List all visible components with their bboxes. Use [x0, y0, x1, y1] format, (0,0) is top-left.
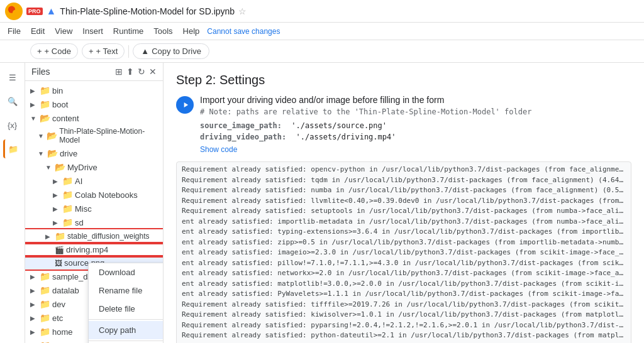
tree-label-datalab: datalab — [52, 286, 79, 295]
tree-label-drive: drive — [60, 149, 77, 158]
show-code-link[interactable]: Show code — [200, 145, 631, 154]
plus-text-icon: + — [89, 46, 94, 56]
chevron-bin: ▶ — [30, 87, 38, 94]
tree-item-ai[interactable]: ▶ 📁 AI — [25, 174, 163, 188]
sidebar: Files ⊞ ⬆ ↻ ✕ ▶ 📁 bin ▶ — [25, 63, 164, 343]
add-code-button[interactable]: + + Code — [30, 43, 78, 59]
content-area: Step 2: Settings Import your driving vid… — [164, 63, 644, 343]
log-line: Requirement already satisfied: python-da… — [182, 330, 626, 341]
log-line: ent already satisfied: imageio>=2.3.0 in… — [182, 248, 626, 258]
tree-item-drive[interactable]: ▼ 📂 drive — [25, 146, 163, 160]
folder-icon-lib: 📁 — [40, 340, 50, 343]
tree-label-dev: dev — [52, 300, 65, 309]
folder-icon-home: 📁 — [40, 327, 50, 337]
menu-runtime[interactable]: Runtime — [108, 24, 148, 38]
menu-help[interactable]: Help — [178, 24, 205, 38]
tree-label-etc: etc — [52, 313, 63, 323]
tree-item-misc[interactable]: ▶ 📁 Misc — [25, 202, 163, 215]
tree-item-mydrive[interactable]: ▼ 📂 MyDrive — [25, 160, 163, 174]
copy-to-drive-button[interactable]: ▲ Copy to Drive — [133, 43, 209, 59]
cell-content: Import your driving video and/or image b… — [200, 95, 631, 154]
drive-copy-icon: ▲ — [141, 46, 149, 56]
chevron-tpsm: ▼ — [38, 133, 45, 139]
context-menu-copy-path[interactable]: Copy path — [89, 321, 164, 339]
tree-label-drivingmp4: driving.mp4 — [66, 245, 108, 254]
new-folder-icon[interactable]: ⊞ — [115, 67, 123, 77]
copy-to-drive-label: Copy to Drive — [152, 46, 201, 56]
tree-item-colab-notebooks[interactable]: ▶ 📁 Colab Notebooks — [25, 188, 163, 202]
folder-icon-bin: 📁 — [40, 85, 50, 95]
upload-icon[interactable]: ⬆ — [126, 67, 134, 77]
log-line: ent already satisfied: importlib-metadat… — [182, 217, 626, 227]
close-sidebar-icon[interactable]: ✕ — [149, 67, 157, 77]
add-text-label: + Text — [96, 46, 118, 56]
left-icon-menu[interactable]: ☰ — [3, 68, 22, 87]
sidebar-header: Files ⊞ ⬆ ↻ ✕ — [25, 63, 163, 81]
chevron-ai: ▶ — [53, 178, 60, 185]
log-line: ent already satisfied: networkx>=2.0 in … — [182, 268, 626, 279]
colab-logo — [5, 3, 23, 20]
log-line: Requirement already satisfied: pyparsing… — [182, 320, 626, 331]
cannot-save-link[interactable]: Cannot save changes — [207, 27, 280, 36]
folder-icon-sdweights: 📁 — [55, 231, 65, 241]
tree-item-bin[interactable]: ▶ 📁 bin — [25, 84, 163, 97]
log-line: ent already satisfied: pillow!=7.1.0,!=7… — [182, 258, 626, 269]
tree-item-tpsm[interactable]: ▼ 📂 Thin-Plate-Spline-Motion-Model — [25, 125, 163, 146]
log-line: ent already satisfied: matplotlib!=3.0.0… — [182, 279, 626, 290]
tree-label-mydrive: MyDrive — [67, 163, 97, 172]
pro-badge: PRO — [26, 8, 43, 15]
menu-edit[interactable]: Edit — [26, 24, 50, 38]
left-icon-code[interactable]: {x} — [3, 116, 22, 134]
tree-item-sdweights[interactable]: ▶ 📁 stable_diffusion_weights — [25, 229, 163, 243]
output-log: Requirement already satisfied: opencv-py… — [176, 161, 631, 343]
tree-item-drivingmp4[interactable]: 🎬 driving.mp4 — [25, 243, 163, 256]
code-line-source: source_image_path: './assets/source.png' — [200, 121, 631, 130]
menu-view[interactable]: View — [50, 24, 77, 38]
chevron-colab-notebooks: ▶ — [53, 192, 60, 199]
toolbar-separator — [128, 45, 129, 58]
tree-label-content: content — [52, 114, 79, 123]
menu-insert[interactable]: Insert — [77, 24, 108, 38]
folder-icon-etc: 📁 — [40, 313, 50, 323]
folder-icon-content: 📂 — [40, 113, 50, 123]
context-menu-delete[interactable]: Delete file — [89, 300, 164, 318]
tree-label-home: home — [52, 327, 73, 337]
chevron-dev: ▶ — [30, 301, 38, 308]
tree-item-content[interactable]: ▼ 📂 content — [25, 111, 163, 125]
refresh-icon[interactable]: ↻ — [138, 67, 145, 77]
tree-item-sd[interactable]: ▶ 📁 sd — [25, 215, 163, 229]
chevron-sdweights: ▶ — [45, 233, 53, 240]
tree-label-lib: lib — [52, 341, 60, 344]
log-line: Requirement already satisfied: tqdm in /… — [182, 175, 626, 186]
context-menu-rename[interactable]: Rename file — [89, 281, 164, 300]
star-icon[interactable]: ☆ — [238, 6, 247, 16]
folder-icon-dev: 📁 — [40, 299, 50, 309]
chevron-boot: ▶ — [30, 101, 38, 108]
left-icon-files[interactable]: 📁 — [3, 139, 22, 158]
chevron-datalab: ▶ — [30, 287, 38, 294]
context-menu: Download Rename file Delete file Copy pa… — [88, 263, 164, 343]
menu-file[interactable]: File — [3, 24, 26, 38]
folder-icon-misc: 📁 — [62, 204, 73, 214]
cell-description: Import your driving video and/or image b… — [200, 95, 631, 105]
source-value: './assets/source.png' — [291, 121, 387, 130]
folder-icon-datalab: 📁 — [40, 285, 50, 295]
log-line: Requirement already satisfied: cycler>=0… — [182, 341, 626, 344]
log-line: Requirement already satisfied: opencv-py… — [182, 165, 626, 175]
menu-tools[interactable]: Tools — [148, 24, 177, 38]
context-menu-download[interactable]: Download — [89, 263, 164, 281]
plus-icon: + — [37, 46, 42, 56]
run-cell-button[interactable] — [176, 96, 194, 114]
tree-item-boot[interactable]: ▶ 📁 boot — [25, 97, 163, 111]
log-line: ent already satisfied: zipp>=0.5 in /usr… — [182, 237, 626, 248]
left-icon-search[interactable]: 🔍 — [3, 92, 22, 111]
drive-icon: ▲ — [47, 6, 57, 17]
log-line: Requirement already satisfied: setuptool… — [182, 206, 626, 217]
file-title: Thin-Plate-Spline-Motion-Model for SD.ip… — [60, 6, 235, 16]
chevron-content: ▼ — [30, 115, 38, 122]
file-icon-sourcepng: 🖼 — [55, 259, 62, 268]
log-line: ent already satisfied: PyWavelets>=1.1.1… — [182, 289, 626, 300]
folder-icon-boot: 📁 — [40, 99, 50, 109]
tree-label-sd: sd — [75, 218, 84, 227]
add-text-button[interactable]: + + Text — [82, 43, 125, 59]
